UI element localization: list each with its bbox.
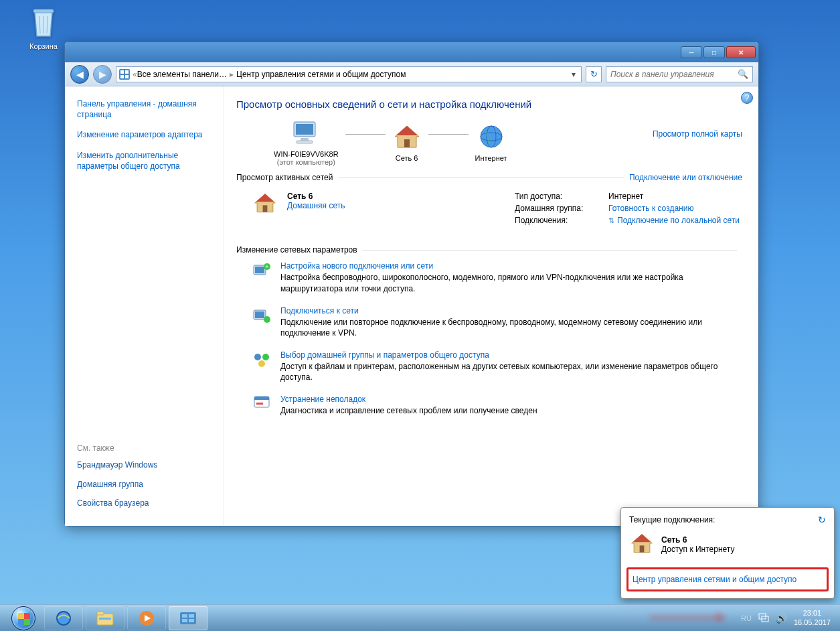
forward-button[interactable]: ▶ (93, 65, 112, 84)
svg-rect-0 (33, 9, 54, 13)
svg-rect-48 (189, 619, 194, 622)
close-button[interactable]: ✕ (726, 46, 756, 58)
svg-rect-10 (296, 124, 313, 135)
svg-rect-33 (254, 397, 269, 400)
task-desc: Настройка беспроводного, широкополосного… (280, 272, 742, 293)
tray-clock[interactable]: 23:01 16.05.2017 (794, 609, 831, 626)
sidebar: Панель управления - домашняя страница Из… (65, 86, 224, 526)
start-button[interactable] (5, 605, 41, 632)
taskbar-explorer-button[interactable] (86, 606, 124, 630)
tasks-list: + Настройка нового подключения или сети … (236, 261, 742, 416)
control-panel-window: ─ □ ✕ ◀ ▶ « Все элементы панели… ▸ Центр… (64, 42, 759, 527)
svg-rect-44 (180, 612, 196, 624)
breadcrumb-current[interactable]: Центр управления сетями и общим доступом (236, 70, 406, 79)
svg-rect-6 (125, 70, 129, 74)
network-map: WIN-F0IE9VV6K8R (этот компьютер) Сеть 6 … (236, 119, 742, 166)
map-network-label: Сеть 6 (392, 154, 422, 162)
refresh-button[interactable]: ↻ (586, 66, 602, 82)
access-type-label: Тип доступа: (515, 192, 608, 201)
active-network-block: Сеть 6 Домашняя сеть Тип доступа: Интерн… (236, 189, 742, 240)
system-tray: RU 🔊 23:01 16.05.2017 (741, 609, 835, 626)
house-icon (252, 192, 278, 216)
active-networks-header: Просмотр активных сетей (236, 173, 333, 182)
new-connection-icon: + (252, 261, 271, 280)
page-heading: Просмотр основных сведений о сети и наст… (236, 98, 742, 110)
help-button[interactable]: ? (741, 92, 753, 104)
breadcrumb-dropdown-icon[interactable]: ▾ (569, 70, 578, 79)
popup-header: Текущие подключения: (629, 515, 715, 524)
svg-rect-11 (301, 138, 309, 141)
popup-net-access: Доступ к Интернету (661, 545, 734, 554)
svg-marker-14 (396, 126, 418, 135)
sidebar-sharing-link[interactable]: Изменить дополнительные параметры общего… (77, 150, 214, 171)
task-link[interactable]: Выбор домашней группы и параметров общег… (280, 350, 742, 360)
task-item: Устранение неполадок Диагностика и испра… (236, 395, 742, 416)
homegroup-label: Домашняя группа: (515, 204, 608, 213)
svg-rect-23 (255, 267, 264, 273)
breadcrumb-root[interactable]: Все элементы панели… (137, 70, 227, 79)
tray-volume-icon[interactable]: 🔊 (776, 613, 787, 624)
svg-rect-45 (182, 614, 187, 618)
task-link[interactable]: Подключиться к сети (280, 306, 742, 316)
recycle-bin-icon (29, 7, 58, 39)
popup-refresh-icon[interactable]: ↻ (818, 514, 826, 525)
breadcrumb-sep-icon: ▸ (227, 70, 236, 79)
svg-rect-34 (256, 403, 263, 405)
taskbar: RU 🔊 23:01 16.05.2017 (0, 604, 840, 631)
tray-lang[interactable]: RU (741, 614, 752, 622)
connections-label: Подключения: (515, 216, 608, 225)
active-net-name: Сеть 6 (287, 192, 345, 201)
house-icon (392, 123, 422, 151)
connection-link[interactable]: Подключение по локальной сети (617, 216, 740, 225)
sidebar-home-link[interactable]: Панель управления - домашняя страница (77, 98, 214, 120)
full-map-link[interactable]: Просмотр полной карты (653, 129, 742, 139)
svg-point-16 (481, 126, 502, 147)
search-bar[interactable]: 🔍 (606, 66, 753, 82)
main-content: ? Просмотр основных сведений о сети и на… (224, 86, 758, 526)
popup-network-row[interactable]: Сеть 6 Доступ к Интернету (629, 532, 826, 557)
sidebar-homegroup-link[interactable]: Домашняя группа (77, 479, 214, 490)
svg-point-31 (258, 360, 265, 367)
task-link[interactable]: Устранение неполадок (280, 395, 537, 404)
search-input[interactable] (610, 70, 738, 79)
back-button[interactable]: ◀ (70, 65, 89, 84)
troubleshoot-icon (252, 395, 271, 413)
recycle-bin-label: Корзина (29, 42, 58, 50)
tray-time: 23:01 (794, 609, 831, 618)
titlebar[interactable]: ─ □ ✕ (65, 42, 758, 62)
svg-rect-7 (120, 75, 124, 78)
tray-network-icon[interactable] (758, 612, 769, 624)
svg-marker-36 (633, 534, 651, 542)
search-icon[interactable]: 🔍 (738, 69, 748, 79)
active-net-type-link[interactable]: Домашняя сеть (287, 201, 345, 210)
recycle-bin[interactable]: Корзина (20, 7, 67, 51)
map-computer-node: WIN-F0IE9VV6K8R (этот компьютер) (274, 119, 339, 166)
see-also-label: См. также (77, 443, 214, 453)
tray-date: 16.05.2017 (794, 618, 831, 627)
lan-icon: ⇅ (608, 216, 614, 225)
sidebar-adapter-link[interactable]: Изменение параметров адаптера (77, 129, 214, 140)
task-desc: Доступ к файлам и принтерам, расположенн… (280, 361, 742, 382)
sidebar-firewall-link[interactable]: Брандмауэр Windows (77, 460, 214, 470)
network-flyout: Текущие подключения: ↻ Сеть 6 Доступ к И… (620, 507, 835, 599)
taskbar-ie-button[interactable] (44, 606, 83, 630)
start-orb-icon (11, 606, 35, 630)
sidebar-browser-link[interactable]: Свойства браузера (77, 498, 214, 508)
task-desc: Подключение или повторное подключение к … (280, 317, 742, 338)
popup-network-center-link[interactable]: Центр управления сетями и общим доступо (626, 567, 829, 591)
task-item: Подключиться к сети Подключение или повт… (236, 306, 742, 338)
breadcrumb-bar[interactable]: « Все элементы панели… ▸ Центр управлени… (116, 66, 582, 82)
address-row: ◀ ▶ « Все элементы панели… ▸ Центр управ… (65, 62, 758, 86)
map-internet-node: Интернет (475, 123, 507, 162)
taskbar-media-button[interactable] (127, 606, 166, 630)
svg-point-30 (262, 354, 269, 360)
connect-disconnect-link[interactable]: Подключение или отключение (629, 173, 742, 182)
computer-icon (274, 119, 339, 147)
taskbar-controlpanel-button[interactable] (169, 606, 207, 630)
homegroup-link[interactable]: Готовность к созданию (608, 204, 693, 213)
minimize-button[interactable]: ─ (681, 46, 702, 58)
maximize-button[interactable]: □ (703, 46, 725, 58)
svg-rect-8 (125, 75, 129, 78)
task-link[interactable]: Настройка нового подключения или сети (280, 261, 742, 271)
control-panel-icon (119, 69, 130, 80)
